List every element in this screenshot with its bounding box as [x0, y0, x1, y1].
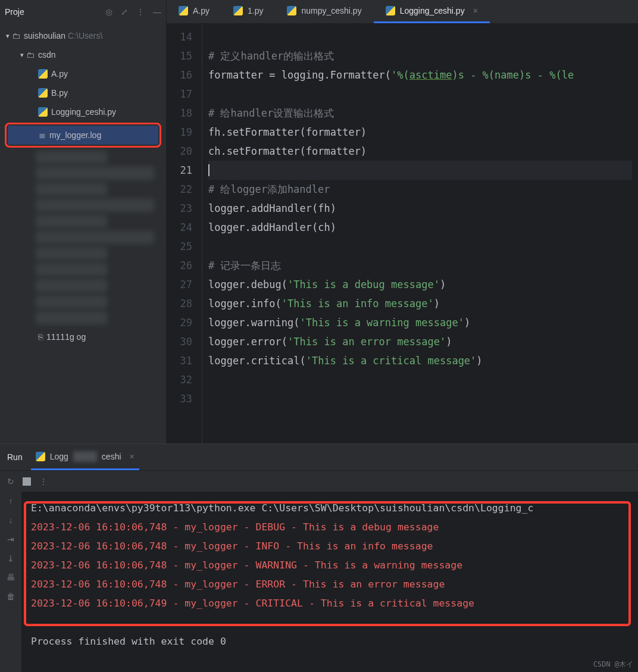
code-line-17[interactable] — [208, 85, 632, 104]
blurred-item — [36, 183, 107, 196]
code-line-29[interactable]: logger.warning('This is a warning messag… — [208, 313, 632, 332]
console-log-line: 2023-12-06 16:10:06,748 - my_logger - WA… — [31, 556, 628, 575]
collapse-icon[interactable]: — — [153, 7, 161, 17]
file-icon: ⎘ — [38, 332, 43, 342]
run-title: Run — [7, 452, 23, 462]
tree-folder-csdn[interactable]: ▾ 🗀 csdn — [0, 45, 166, 64]
console-output[interactable]: E:\anaconda\envs\py39tor113\python.exe C… — [21, 492, 638, 672]
console-exit: Process finished with exit code 0 — [31, 632, 628, 651]
tree-file-extra[interactable]: ⎘ 11111g og — [0, 327, 166, 346]
code-line-15[interactable]: # 定义handler的输出格式 — [208, 46, 632, 65]
python-icon — [233, 6, 243, 15]
code-line-22[interactable]: # 给logger添加handler — [208, 180, 632, 199]
python-icon — [38, 107, 48, 117]
down-icon[interactable]: ↓ — [9, 515, 13, 525]
blurred-item — [36, 247, 107, 260]
code-line-14[interactable] — [208, 27, 632, 46]
file-icon: ≣ — [39, 130, 46, 140]
tree-root-label: suishoulian — [24, 31, 65, 40]
code-line-28[interactable]: logger.info('This is an info message') — [208, 294, 632, 313]
chevron-down-icon[interactable]: ▾ — [6, 32, 10, 40]
console-log-line: 2023-12-06 16:10:06,748 - my_logger - IN… — [31, 537, 628, 556]
target-icon[interactable]: ◎ — [105, 7, 112, 17]
close-icon[interactable]: × — [130, 452, 135, 461]
run-toolbar: ↻ ⋮ — [0, 470, 638, 492]
code-line-19[interactable]: fh.setFormatter(formatter) — [208, 123, 632, 142]
stop-button[interactable] — [23, 477, 31, 486]
expand-icon[interactable]: ⤢ — [121, 7, 128, 17]
tree-file-mylog[interactable]: ≣ my_logger.log — [8, 126, 158, 145]
console-log-line: 2023-12-06 16:10:06,748 - my_logger - ER… — [31, 575, 628, 594]
run-gutter: ↑ ↓ ⇥ ⤓ 🖶 🗑 — [0, 492, 21, 672]
blurred-text — [73, 451, 97, 462]
code-line-20[interactable]: ch.setFormatter(formatter) — [208, 142, 632, 161]
editor-tabs: A.py1.pynumpy_ceshi.pyLogging_ceshi.py× — [167, 0, 638, 24]
console-log-line: 2023-12-06 16:10:06,748 - my_logger - DE… — [31, 518, 628, 537]
run-tab[interactable]: Logg ceshi × — [31, 444, 139, 470]
python-icon — [287, 6, 296, 15]
scroll-icon[interactable]: ⤓ — [7, 554, 14, 563]
folder-icon: 🗀 — [26, 50, 35, 60]
tab-numpy_ceshi-py[interactable]: numpy_ceshi.py — [275, 0, 373, 23]
code-line-27[interactable]: logger.debug('This is a debug message') — [208, 275, 632, 294]
code-content[interactable]: # 定义handler的输出格式formatter = logging.Form… — [202, 24, 638, 443]
tree-root[interactable]: ▾ 🗀 suishoulian C:\Users\ — [0, 26, 166, 45]
python-icon — [38, 69, 48, 79]
python-icon — [386, 6, 395, 15]
code-line-33[interactable] — [208, 389, 632, 408]
more-icon[interactable]: ⋮ — [39, 477, 48, 486]
blurred-item — [36, 295, 107, 308]
blurred-item — [36, 231, 154, 244]
blurred-item — [36, 151, 107, 164]
annotation-highlight: ≣ my_logger.log — [5, 123, 161, 148]
watermark: CSDN @木イ — [593, 660, 633, 670]
python-icon — [38, 88, 48, 98]
code-line-16[interactable]: formatter = logging.Formatter('%(asctime… — [208, 65, 632, 85]
project-sidebar: Proje ◎ ⤢ ⋮ — ▾ 🗀 suishoulian C:\Users\ … — [0, 0, 167, 443]
editor-area: A.py1.pynumpy_ceshi.pyLogging_ceshi.py× … — [167, 0, 638, 443]
python-icon — [36, 452, 45, 461]
tree-file-b[interactable]: B.py — [0, 83, 166, 102]
blurred-item — [36, 199, 154, 212]
sidebar-header: Proje ◎ ⤢ ⋮ — — [0, 0, 166, 24]
up-icon[interactable]: ↑ — [9, 496, 13, 506]
blurred-item — [36, 215, 107, 228]
code-line-18[interactable]: # 给handler设置输出格式 — [208, 104, 632, 123]
rerun-icon[interactable]: ↻ — [7, 477, 14, 486]
console-cmd: E:\anaconda\envs\py39tor113\python.exe C… — [31, 499, 628, 518]
more-icon[interactable]: ⋮ — [136, 7, 145, 17]
tree-file-logging[interactable]: Logging_ceshi.py — [0, 102, 166, 121]
python-icon — [179, 6, 188, 15]
sidebar-title: Proje — [5, 7, 24, 17]
code-line-32[interactable] — [208, 370, 632, 389]
wrap-icon[interactable]: ⇥ — [7, 535, 14, 544]
blurred-item — [36, 263, 107, 276]
blurred-item — [36, 167, 154, 180]
tree-root-path: C:\Users\ — [68, 31, 102, 40]
code-line-26[interactable]: # 记录一条日志 — [208, 256, 632, 275]
code-line-30[interactable]: logger.error('This is an error message') — [208, 332, 632, 351]
line-gutter: 1415161718192021222324252627282930313233 — [167, 24, 202, 443]
code-line-25[interactable] — [208, 237, 632, 256]
code-line-24[interactable]: logger.addHandler(ch) — [208, 218, 632, 237]
blurred-item — [36, 279, 107, 292]
project-tree[interactable]: ▾ 🗀 suishoulian C:\Users\ ▾ 🗀 csdn A.py … — [0, 24, 166, 443]
tab-Logging_ceshi-py[interactable]: Logging_ceshi.py× — [374, 0, 490, 23]
run-panel: Run Logg ceshi × ↻ ⋮ ↑ ↓ ⇥ ⤓ 🖶 🗑 — [0, 443, 638, 672]
code-line-31[interactable]: logger.critical('This is a critical mess… — [208, 351, 632, 370]
trash-icon[interactable]: 🗑 — [7, 592, 15, 601]
code-editor[interactable]: 1415161718192021222324252627282930313233… — [167, 24, 638, 443]
tree-file-a[interactable]: A.py — [0, 64, 166, 83]
chevron-down-icon[interactable]: ▾ — [20, 51, 24, 59]
blurred-item — [36, 311, 107, 324]
close-icon[interactable]: × — [473, 6, 478, 15]
code-line-21[interactable] — [208, 161, 632, 180]
folder-icon: 🗀 — [12, 31, 20, 40]
console-log-line: 2023-12-06 16:10:06,749 - my_logger - CR… — [31, 594, 628, 613]
code-line-23[interactable]: logger.addHandler(fh) — [208, 199, 632, 218]
tab-A-py[interactable]: A.py — [167, 0, 221, 23]
tab-1-py[interactable]: 1.py — [221, 0, 275, 23]
run-header: Run Logg ceshi × — [0, 444, 638, 470]
print-icon[interactable]: 🖶 — [7, 573, 15, 582]
console-blank — [31, 613, 628, 632]
